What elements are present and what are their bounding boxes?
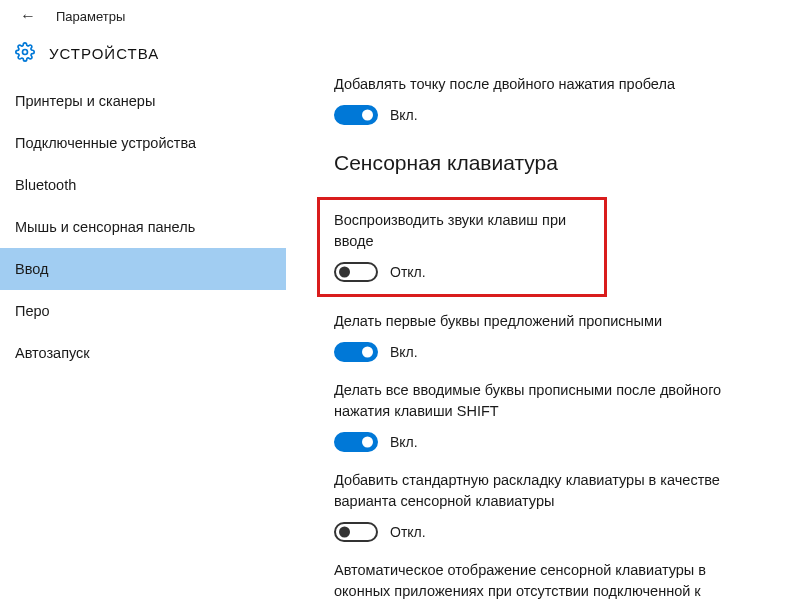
page-title: УСТРОЙСТВА <box>49 45 159 62</box>
toggle-state: Откл. <box>390 264 426 280</box>
sidebar-item-label: Автозапуск <box>15 345 90 361</box>
sidebar-item-autoplay[interactable]: Автозапуск <box>0 332 286 374</box>
setting-standard-layout: Добавить стандартную раскладку клавиатур… <box>334 470 759 542</box>
header: ← Параметры <box>0 0 799 32</box>
toggle-state: Вкл. <box>390 434 418 450</box>
sidebar-item-label: Подключенные устройства <box>15 135 196 151</box>
toggle-double-space-period[interactable] <box>334 105 378 125</box>
sidebar-item-printers[interactable]: Принтеры и сканеры <box>0 80 286 122</box>
toggle-state: Вкл. <box>390 344 418 360</box>
sidebar-item-connected-devices[interactable]: Подключенные устройства <box>0 122 286 164</box>
sidebar-item-label: Мышь и сенсорная панель <box>15 219 195 235</box>
svg-point-0 <box>23 49 28 54</box>
setting-label: Автоматическое отображение сенсорной кла… <box>334 560 759 602</box>
setting-auto-show-keyboard: Автоматическое отображение сенсорной кла… <box>334 560 759 602</box>
setting-label: Добавить стандартную раскладку клавиатур… <box>334 470 759 512</box>
back-icon[interactable]: ← <box>20 8 36 24</box>
sidebar-item-pen[interactable]: Перо <box>0 290 286 332</box>
header-title: Параметры <box>56 9 125 24</box>
highlight-box: Воспроизводить звуки клавиш при вводе От… <box>317 197 607 297</box>
sidebar-item-bluetooth[interactable]: Bluetooth <box>0 164 286 206</box>
setting-label: Делать все вводимые буквы прописными пос… <box>334 380 759 422</box>
toggle-state: Вкл. <box>390 107 418 123</box>
toggle-standard-layout[interactable] <box>334 522 378 542</box>
setting-label: Воспроизводить звуки клавиш при вводе <box>334 210 590 252</box>
title-row: УСТРОЙСТВА <box>0 32 799 74</box>
gear-icon <box>15 42 35 65</box>
setting-double-space-period: Добавлять точку после двойного нажатия п… <box>334 74 759 125</box>
sidebar-item-mouse-touchpad[interactable]: Мышь и сенсорная панель <box>0 206 286 248</box>
toggle-capitalize-sentences[interactable] <box>334 342 378 362</box>
sidebar: Принтеры и сканеры Подключенные устройст… <box>0 74 286 602</box>
setting-all-caps-double-shift: Делать все вводимые буквы прописными пос… <box>334 380 759 452</box>
sidebar-item-label: Ввод <box>15 261 48 277</box>
toggle-all-caps-double-shift[interactable] <box>334 432 378 452</box>
sidebar-item-typing[interactable]: Ввод <box>0 248 286 290</box>
setting-capitalize-sentences: Делать первые буквы предложений прописны… <box>334 311 759 362</box>
toggle-play-key-sounds[interactable] <box>334 262 378 282</box>
setting-label: Добавлять точку после двойного нажатия п… <box>334 74 759 95</box>
sidebar-item-label: Принтеры и сканеры <box>15 93 155 109</box>
content: Добавлять точку после двойного нажатия п… <box>286 74 799 602</box>
section-heading-touch-keyboard: Сенсорная клавиатура <box>334 151 759 175</box>
toggle-state: Откл. <box>390 524 426 540</box>
sidebar-item-label: Перо <box>15 303 50 319</box>
sidebar-item-label: Bluetooth <box>15 177 76 193</box>
setting-label: Делать первые буквы предложений прописны… <box>334 311 759 332</box>
